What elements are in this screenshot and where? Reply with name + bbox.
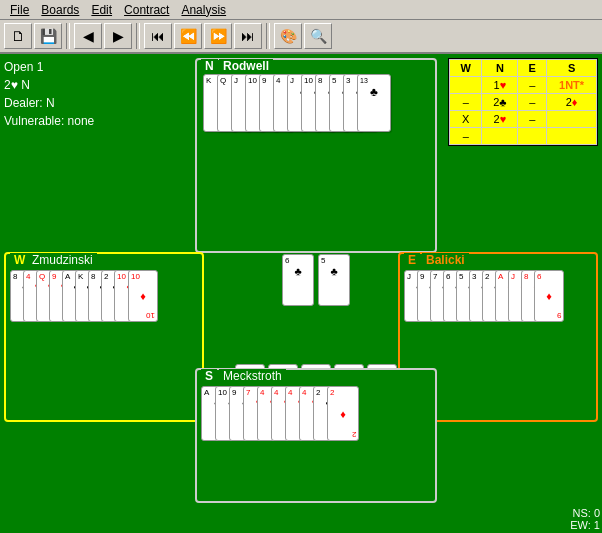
- menu-boards[interactable]: Boards: [35, 1, 85, 19]
- new-button[interactable]: 🗋: [4, 23, 32, 49]
- separator-1: [66, 23, 70, 49]
- bidding-table: W N E S 1♥–1NT*–2♣–2♦X2♥––: [448, 58, 598, 146]
- info-panel: Open 1 2♥ N Dealer: N Vulnerable: none: [4, 58, 94, 130]
- separator-2: [136, 23, 140, 49]
- ew-score: EW: 1: [570, 519, 600, 531]
- forward-button[interactable]: ▶: [104, 23, 132, 49]
- color-button[interactable]: 🎨: [274, 23, 302, 49]
- scores-display: NS: 0 EW: 1: [570, 507, 600, 531]
- bid-header-e: E: [518, 60, 547, 77]
- south-player-name: Meckstroth: [219, 369, 286, 383]
- menu-analysis[interactable]: Analysis: [175, 1, 232, 19]
- first-button[interactable]: ⏮: [144, 23, 172, 49]
- toolbar: 🗋 💾 ◀ ▶ ⏮ ⏪ ⏩ ⏭ 🎨 🔍: [0, 20, 602, 54]
- zoom-button[interactable]: 🔍: [304, 23, 332, 49]
- menu-contract[interactable]: Contract: [118, 1, 175, 19]
- south-hand: S Meckstroth A♠ 10♠ 9♠ 7♥ 4♥ 4♥ 4♥ 4♥ 2♣…: [195, 368, 437, 503]
- prev-button[interactable]: ⏪: [174, 23, 202, 49]
- open-label: Open 1: [4, 58, 94, 76]
- last-button[interactable]: ⏭: [234, 23, 262, 49]
- west-direction: W: [10, 253, 29, 267]
- south-direction: S: [201, 369, 217, 383]
- ns-score: NS: 0: [570, 507, 600, 519]
- north-player-name: Rodwell: [219, 59, 273, 73]
- contract-label: 2♥ N: [4, 76, 94, 94]
- vulnerable-label: Vulnerable: none: [4, 112, 94, 130]
- bid-header-s: S: [547, 60, 597, 77]
- bid-header-n: N: [482, 60, 518, 77]
- west-player-name: Zmudzinski: [28, 253, 97, 267]
- north-hand: N Rodwell K♠ Q♠ J♠ 10♠ 9♠ 4♠ J♣ 10♣ 8♣ 5…: [195, 58, 437, 253]
- main-area: Open 1 2♥ N Dealer: N Vulnerable: none W…: [0, 54, 602, 533]
- bid-header-w: W: [450, 60, 482, 77]
- dealer-label: Dealer: N: [4, 94, 94, 112]
- menubar: File Boards Edit Contract Analysis: [0, 0, 602, 20]
- west-hand: W Zmudzinski 8♠ 4♥ Q♥ 9♥ A♣ K♣ 8♣ 2♣ 10♦…: [4, 252, 204, 422]
- save-button[interactable]: 💾: [34, 23, 62, 49]
- back-button[interactable]: ◀: [74, 23, 102, 49]
- menu-file[interactable]: File: [4, 1, 35, 19]
- menu-edit[interactable]: Edit: [85, 1, 118, 19]
- separator-3: [266, 23, 270, 49]
- next-button[interactable]: ⏩: [204, 23, 232, 49]
- north-direction: N: [201, 59, 218, 73]
